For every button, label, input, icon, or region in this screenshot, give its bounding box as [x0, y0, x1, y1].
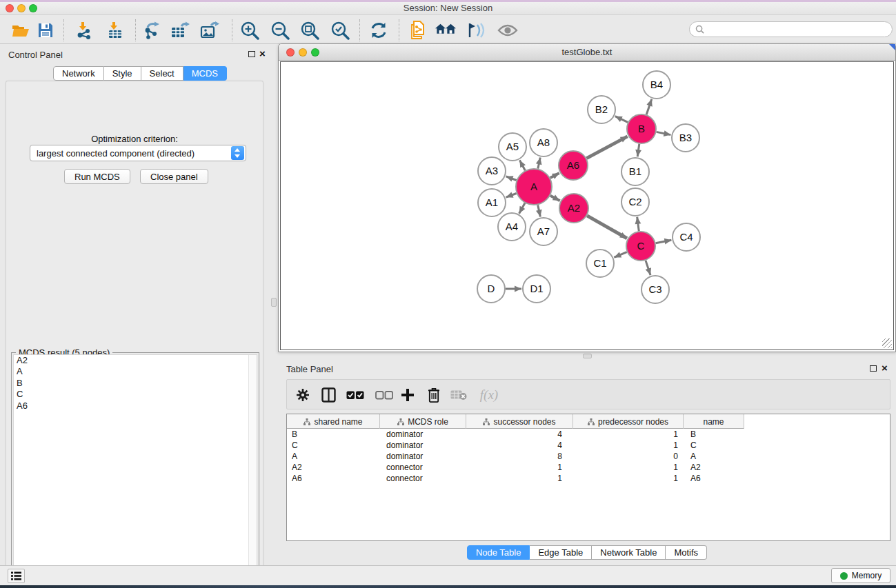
tab-style[interactable]: Style: [104, 66, 141, 81]
node-A3[interactable]: A3: [478, 157, 506, 185]
network-canvas[interactable]: B4B2BB3A5A8A6A3B1AA1C2A2A4A7C4CC1C3DD1: [280, 61, 894, 350]
column-header-successor-nodes[interactable]: successor nodes: [466, 414, 573, 429]
cell-MCDS-role[interactable]: dominator: [380, 429, 466, 440]
mcds-result-item[interactable]: C: [14, 389, 257, 400]
edge-C-C3[interactable]: [646, 261, 650, 275]
node-B4[interactable]: B4: [643, 71, 670, 99]
mcds-result-item[interactable]: A: [14, 366, 257, 377]
edge-B-B3[interactable]: [657, 132, 671, 134]
edge-A-A4[interactable]: [519, 203, 525, 214]
cell-successor-nodes[interactable]: 1: [466, 473, 573, 484]
home-pages-icon[interactable]: [435, 21, 456, 40]
network-zoom-traffic-light[interactable]: [311, 48, 319, 57]
cell-MCDS-role[interactable]: connector: [380, 473, 466, 484]
edge-A6-B[interactable]: [586, 136, 627, 159]
zoom-out-icon[interactable]: [270, 21, 290, 40]
edge-B-B4[interactable]: [646, 99, 652, 114]
close-panel-button[interactable]: Close panel: [140, 169, 208, 184]
table-row[interactable]: Bdominator41B: [287, 429, 890, 440]
node-A1[interactable]: A1: [478, 189, 506, 216]
tab-select[interactable]: Select: [141, 66, 183, 81]
node-C3[interactable]: C3: [641, 276, 669, 303]
cell-shared-name[interactable]: C: [287, 440, 380, 451]
edge-A-A1[interactable]: [506, 194, 517, 198]
show-eye-icon[interactable]: [497, 21, 518, 40]
edge-B-B1[interactable]: [637, 144, 639, 156]
hide-graphics-details-icon[interactable]: [466, 21, 486, 40]
cell-predecessor-nodes[interactable]: 0: [573, 451, 684, 462]
table-panel-close-icon[interactable]: ×: [882, 362, 888, 374]
node-A8[interactable]: A8: [530, 129, 557, 156]
tab-mcds[interactable]: MCDS: [183, 66, 227, 81]
show-column-icon[interactable]: [318, 385, 339, 405]
task-history-button[interactable]: [8, 569, 25, 583]
mcds-result-item[interactable]: B: [14, 378, 257, 389]
save-session-icon[interactable]: [35, 21, 56, 40]
cell-shared-name[interactable]: A6: [287, 473, 380, 484]
cell-name[interactable]: C: [684, 440, 744, 451]
deselect-all-icon[interactable]: [374, 385, 395, 405]
memory-button[interactable]: Memory: [831, 568, 890, 583]
tab-motifs[interactable]: Motifs: [666, 545, 707, 560]
select-all-icon[interactable]: [345, 385, 366, 405]
network-file-icon[interactable]: [408, 21, 428, 40]
control-panel-close-icon[interactable]: ×: [259, 48, 266, 60]
app-zoom-traffic-light[interactable]: [29, 4, 37, 12]
tab-network-table[interactable]: Network Table: [592, 545, 666, 560]
vertical-splitter-handle[interactable]: [271, 298, 277, 307]
mcds-result-item[interactable]: A2: [14, 355, 257, 366]
delete-columns-icon[interactable]: [424, 385, 444, 405]
export-table-icon[interactable]: [170, 21, 190, 40]
cell-shared-name[interactable]: B: [287, 429, 380, 440]
criterion-dropdown[interactable]: largest connected component (directed): [30, 145, 246, 161]
control-panel-float-icon[interactable]: [248, 51, 255, 57]
cell-name[interactable]: A6: [684, 473, 744, 484]
table-settings-gear-icon[interactable]: [292, 385, 313, 405]
open-session-icon[interactable]: [10, 21, 31, 40]
network-window-titlebar[interactable]: testGlobe.txt: [279, 44, 895, 61]
cell-MCDS-role[interactable]: dominator: [380, 440, 466, 451]
cell-successor-nodes[interactable]: 1: [466, 462, 573, 473]
export-network-icon[interactable]: [141, 21, 161, 40]
zoom-selected-icon[interactable]: [330, 21, 350, 40]
cell-predecessor-nodes[interactable]: 1: [573, 462, 684, 473]
zoom-fit-icon[interactable]: [299, 21, 320, 40]
cell-successor-nodes[interactable]: 4: [466, 440, 573, 451]
node-A[interactable]: A: [516, 169, 552, 205]
node-C1[interactable]: C1: [586, 250, 614, 277]
mcds-result-list[interactable]: A2ABCA6: [13, 354, 257, 585]
export-image-icon[interactable]: [199, 21, 220, 40]
edge-A-A7[interactable]: [538, 205, 541, 216]
cell-MCDS-role[interactable]: dominator: [380, 451, 466, 462]
node-B[interactable]: B: [627, 114, 656, 143]
network-minimize-traffic-light[interactable]: [299, 48, 307, 57]
import-table-icon[interactable]: [105, 21, 126, 40]
column-header-shared-name[interactable]: shared name: [287, 414, 380, 429]
edge-A-A8[interactable]: [538, 158, 541, 169]
cell-shared-name[interactable]: A: [287, 451, 380, 462]
node-C2[interactable]: C2: [621, 188, 649, 216]
node-C[interactable]: C: [626, 232, 655, 261]
edge-C-C4[interactable]: [656, 240, 672, 243]
cell-successor-nodes[interactable]: 4: [466, 429, 573, 440]
node-B1[interactable]: B1: [621, 158, 649, 185]
app-minimize-traffic-light[interactable]: [17, 4, 26, 12]
table-row[interactable]: A2connector11A2: [287, 462, 890, 473]
column-header-name[interactable]: name: [684, 414, 744, 429]
import-network-icon[interactable]: [74, 21, 94, 40]
edge-B-B2[interactable]: [615, 116, 628, 123]
cell-name[interactable]: A: [684, 451, 744, 462]
edge-A-A2[interactable]: [550, 196, 560, 201]
search-input[interactable]: [708, 25, 892, 34]
cell-predecessor-nodes[interactable]: 1: [573, 440, 684, 451]
node-B2[interactable]: B2: [588, 96, 615, 123]
edge-A-A6[interactable]: [550, 173, 559, 178]
mcds-result-item[interactable]: A6: [14, 401, 257, 412]
node-A6[interactable]: A6: [559, 151, 588, 180]
node-C4[interactable]: C4: [673, 223, 700, 251]
tab-node-table[interactable]: Node Table: [467, 545, 530, 560]
column-header-MCDS-role[interactable]: MCDS role: [380, 414, 466, 429]
tab-network[interactable]: Network: [53, 66, 104, 81]
table-row[interactable]: Adominator80A: [287, 451, 890, 462]
apply-layout-icon[interactable]: [368, 21, 389, 40]
